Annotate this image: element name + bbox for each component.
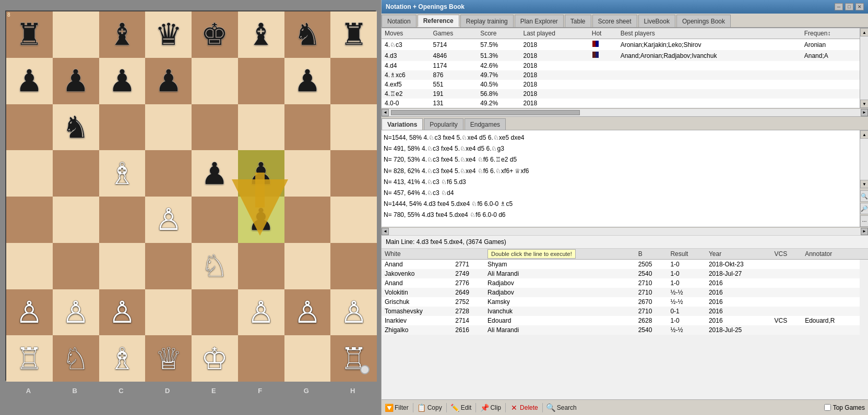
square-a2[interactable]: ♙ [6, 289, 53, 336]
variation-line[interactable]: N= 413, 41% 4.♘c3 ♘f6 5.d3 [384, 177, 858, 188]
square-a6[interactable] [6, 104, 53, 151]
variation-line[interactable]: N= 828, 62% 4.♘c3 fxe4 5.♘xe4 ♘f6 6.♘xf6… [384, 166, 858, 177]
reference-row[interactable]: 4.♖e2 191 56.8% 2018 [382, 89, 860, 99]
variation-line[interactable]: N=1444, 54% 4.d3 fxe4 5.dxe4 ♘f6 6.0-0 ♗… [384, 199, 858, 210]
var-hscroll-right[interactable]: ► [861, 228, 868, 235]
square-f8[interactable]: ♝ [238, 11, 284, 58]
square-c7[interactable]: ♟ [99, 58, 146, 104]
square-a8[interactable]: 8♜ [6, 11, 53, 58]
close-button[interactable]: ✕ [855, 3, 864, 10]
square-d5[interactable] [145, 150, 192, 197]
tab-openings-book[interactable]: Openings Book [676, 15, 731, 27]
square-g6[interactable] [284, 104, 331, 151]
var-tab-variations[interactable]: Variations [382, 118, 423, 130]
square-h2[interactable]: ♙ [330, 289, 377, 336]
square-f4[interactable]: ♟ [238, 197, 284, 243]
col-hot[interactable]: Hot [589, 28, 617, 39]
square-b4[interactable] [53, 197, 99, 243]
square-e3[interactable]: ♘ [192, 243, 238, 289]
square-h6[interactable] [330, 104, 377, 151]
square-d1[interactable]: ♕ [145, 335, 192, 382]
variations-hscroll[interactable]: ◄ ► [382, 227, 868, 235]
reference-scrollbar[interactable]: ▲ ▼ [860, 28, 868, 108]
square-h1[interactable]: ♖ [330, 335, 377, 382]
square-b5[interactable] [53, 150, 99, 197]
var-tab-endgames[interactable]: Endgames [465, 118, 506, 130]
scroll-up-button[interactable]: ▲ [860, 28, 868, 36]
reference-hscroll[interactable]: ◄ ► [382, 108, 868, 116]
square-e8[interactable]: ♚ [192, 11, 238, 58]
square-g4[interactable] [284, 197, 331, 243]
square-g7[interactable]: ♟ [284, 58, 331, 104]
scroll-down-button[interactable]: ▼ [860, 100, 868, 108]
square-e6[interactable] [192, 104, 238, 151]
square-h7[interactable] [330, 58, 377, 104]
square-b1[interactable]: ♘ [53, 335, 99, 382]
top-games-label[interactable]: Top Games [833, 404, 865, 411]
square-a3[interactable] [6, 243, 53, 289]
games-col-annotator[interactable]: Annotator [802, 249, 860, 260]
col-score[interactable]: Score [477, 28, 520, 39]
variation-line[interactable]: N= 780, 55% 4.d3 fxe4 5.dxe4 ♘f6 6.0-0 d… [384, 210, 858, 221]
game-row[interactable]: Grischuk 2752 Kamsky 2670 ½-½ 2016 [382, 297, 868, 307]
square-a4[interactable] [6, 197, 53, 243]
square-c8[interactable]: ♝ [99, 11, 146, 58]
game-row[interactable]: Inarkiev 2714 Edouard 2628 1-0 2016 VCS … [382, 316, 868, 325]
square-g2[interactable]: ♙ [284, 289, 331, 336]
games-col-belo[interactable]: B [635, 249, 668, 260]
reference-row[interactable]: 4.exf5 551 40.5% 2018 [382, 80, 860, 89]
square-h4[interactable] [330, 197, 377, 243]
square-c1[interactable]: ♗ [99, 335, 146, 382]
square-f5[interactable]: ♟ [238, 150, 284, 197]
games-col-vcs[interactable]: VCS [771, 249, 802, 260]
games-col-welo[interactable] [452, 249, 484, 260]
variation-line[interactable]: N=1544, 58% 4.♘c3 fxe4 5.♘xe4 d5 6.♘xe5 … [384, 132, 858, 143]
delete-button[interactable]: ✕ Delete [510, 404, 538, 412]
reference-row[interactable]: 4.♗xc6 876 49.7% 2018 [382, 70, 860, 80]
square-f3[interactable] [238, 243, 284, 289]
square-g5[interactable] [284, 150, 331, 197]
col-frequent[interactable]: Frequen↕ [801, 28, 860, 39]
square-b6[interactable]: ♞ [53, 104, 99, 151]
hscroll-right-button[interactable]: ► [861, 109, 868, 116]
tab-livebook[interactable]: LiveBook [638, 15, 675, 27]
reference-row[interactable]: 4.0-0 131 49.2% 2018 [382, 99, 860, 108]
square-c5[interactable]: ♗ [99, 150, 146, 197]
var-filter-button[interactable]: 🔎 [860, 203, 868, 214]
reference-row[interactable]: 4.d4 1174 42.6% 2018 [382, 61, 860, 70]
variations-scrollbar[interactable]: ▲ ▼ 🔍 🔎 ··· [860, 130, 868, 227]
square-c2[interactable]: ♙ [99, 289, 146, 336]
square-c6[interactable] [99, 104, 146, 151]
square-a7[interactable]: ♟ [6, 58, 53, 104]
square-e1[interactable]: ♔ [192, 335, 238, 382]
square-b8[interactable] [53, 11, 99, 58]
variation-line[interactable]: N= 720, 53% 4.♘c3 fxe4 5.♘xe4 ♘f6 6.♖e2 … [384, 154, 858, 165]
games-col-result[interactable]: Result [667, 249, 705, 260]
square-b3[interactable] [53, 243, 99, 289]
square-b7[interactable]: ♟ [53, 58, 99, 104]
square-e5[interactable]: ♟ [192, 150, 238, 197]
square-b2[interactable]: ♙ [53, 289, 99, 336]
top-games-checkbox[interactable] [824, 404, 831, 411]
square-g8[interactable]: ♞ [284, 11, 331, 58]
game-row[interactable]: Volokitin 2649 Radjabov 2710 ½-½ 2016 [382, 288, 868, 297]
square-d4[interactable]: ♙ [145, 197, 192, 243]
square-f2[interactable]: ♙ [238, 289, 284, 336]
tab-plan-explorer[interactable]: Plan Explorer [515, 15, 564, 27]
reference-row[interactable]: 4.d3 4846 51.3% 2018 Anand;Aronian;Radja… [382, 50, 860, 61]
square-h5[interactable] [330, 150, 377, 197]
tab-replay-training[interactable]: Replay training [460, 15, 514, 27]
col-last-played[interactable]: Last played [520, 28, 588, 39]
var-scroll-up[interactable]: ▲ [860, 130, 868, 139]
square-g3[interactable] [284, 243, 331, 289]
square-d8[interactable]: ♛ [145, 11, 192, 58]
square-d7[interactable]: ♟ [145, 58, 192, 104]
square-f6[interactable] [238, 104, 284, 151]
game-row[interactable]: Tomashevsky 2728 Ivanchuk 2710 0-1 2016 [382, 307, 868, 316]
tab-notation[interactable]: Notation [382, 15, 417, 27]
square-d6[interactable] [145, 104, 192, 151]
var-search-button[interactable]: 🔍 [860, 190, 868, 202]
search-button[interactable]: 🔍 Search [547, 404, 577, 412]
game-row[interactable]: Jakovenko 2749 Ali Marandi 2540 1-0 2018… [382, 269, 868, 278]
square-d3[interactable] [145, 243, 192, 289]
